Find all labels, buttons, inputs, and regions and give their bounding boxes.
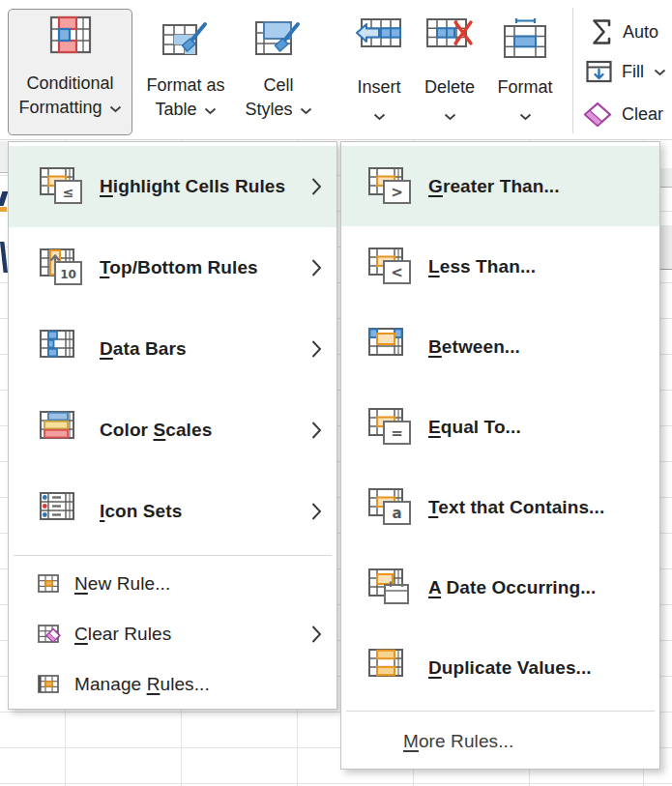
ribbon-button-insert[interactable]: Insert bbox=[348, 14, 410, 128]
submenu-item-duplicate-values[interactable]: Duplicate Values... bbox=[341, 627, 659, 708]
submenu-item-a-date-occurring[interactable]: A Date Occurring... bbox=[341, 547, 659, 627]
submenu-arrow-icon bbox=[311, 259, 322, 277]
ribbon-button-delete[interactable]: Delete bbox=[416, 14, 483, 128]
new-rule-icon bbox=[38, 573, 61, 595]
color-scales-icon bbox=[40, 411, 84, 450]
between-icon bbox=[368, 328, 413, 366]
sigma-icon bbox=[590, 17, 613, 46]
svg-text:≤: ≤ bbox=[63, 185, 74, 200]
menu-item-label: Highlight Cells Rules bbox=[100, 176, 285, 197]
ribbon-button-autosum[interactable]: Auto bbox=[590, 17, 658, 46]
insert-icon bbox=[355, 14, 403, 75]
sheet-gridline-row bbox=[0, 783, 672, 784]
submenu-item-between[interactable]: Between... bbox=[341, 306, 659, 387]
menu-item-label: Icon Sets bbox=[100, 501, 182, 522]
menu-item-label: Manage Rules... bbox=[74, 674, 210, 695]
format-icon bbox=[503, 14, 547, 75]
menu-item-label: New Rule... bbox=[74, 573, 170, 595]
ribbon-button-label: Styles bbox=[245, 100, 292, 119]
highlight-cells-rules-submenu: >Greater Than... <Less Than... Between..… bbox=[340, 141, 660, 770]
delete-icon bbox=[425, 14, 474, 75]
menu-item-label: Equal To... bbox=[428, 417, 521, 438]
menu-item-label: Data Bars bbox=[100, 338, 187, 360]
ribbon-button-label: Delete bbox=[424, 75, 475, 100]
fill-icon bbox=[586, 60, 612, 84]
svg-text:=: = bbox=[391, 424, 403, 442]
svg-text:10: 10 bbox=[60, 268, 76, 281]
ribbon-button-fill[interactable]: Fill bbox=[586, 60, 666, 84]
svg-text:>: > bbox=[391, 184, 403, 201]
ribbon: ConditionalFormatting Format asTable Cel… bbox=[0, 0, 672, 140]
manage-rules-icon bbox=[38, 674, 61, 695]
submenu-arrow-icon bbox=[311, 340, 322, 359]
chevron-down-icon bbox=[654, 69, 666, 76]
format-as-table-icon bbox=[161, 12, 210, 73]
submenu-arrow-icon bbox=[311, 422, 322, 440]
ribbon-button-cell-styles[interactable]: CellStyles bbox=[242, 12, 315, 122]
chevron-down-icon bbox=[373, 103, 386, 128]
ribbon-button-label: Format bbox=[497, 75, 552, 100]
ribbon-button-clear[interactable]: Clear bbox=[583, 102, 663, 128]
menu-item-data-bars[interactable]: Data Bars bbox=[9, 308, 336, 390]
ribbon-button-format[interactable]: Format bbox=[487, 14, 563, 128]
text-contains-icon: a bbox=[368, 488, 413, 527]
ribbon-button-label: Cell bbox=[263, 73, 293, 98]
data-bars-icon bbox=[40, 330, 84, 368]
sheet-right-header-fragment bbox=[660, 168, 672, 188]
chevron-down-icon bbox=[519, 103, 532, 128]
ribbon-button-label: Table bbox=[155, 100, 196, 119]
greater-than-icon: > bbox=[368, 167, 413, 206]
ribbon-button-label: Insert bbox=[357, 75, 400, 100]
menu-item-manage-rules[interactable]: Manage Rules... bbox=[9, 659, 336, 710]
top-bottom-rules-icon: 10 bbox=[40, 248, 84, 287]
ribbon-button-label: Clear bbox=[622, 104, 663, 125]
submenu-item-equal-to[interactable]: =Equal To... bbox=[341, 387, 659, 467]
ribbon-button-format-as-table[interactable]: Format asTable bbox=[135, 12, 236, 122]
ribbon-group-divider bbox=[572, 8, 573, 133]
svg-text:a: a bbox=[392, 505, 401, 522]
menu-item-color-scales[interactable]: Color Scales bbox=[9, 390, 336, 471]
svg-text:<: < bbox=[391, 264, 403, 281]
menu-item-label: Duplicate Values... bbox=[428, 657, 592, 679]
chevron-down-icon bbox=[444, 103, 456, 128]
menu-separator bbox=[14, 555, 332, 556]
ribbon-button-conditional-formatting[interactable]: ConditionalFormatting bbox=[8, 9, 132, 135]
eraser-icon bbox=[583, 102, 612, 128]
chevron-down-icon bbox=[109, 96, 122, 120]
menu-item-highlight-cells-rules[interactable]: ≤Highlight Cells Rules bbox=[9, 146, 336, 227]
sheet-content-fragment bbox=[0, 207, 7, 212]
menu-item-label: Clear Rules bbox=[74, 624, 171, 645]
submenu-arrow-icon bbox=[311, 178, 322, 196]
menu-item-label: Text that Contains... bbox=[428, 497, 604, 518]
less-than-icon: < bbox=[368, 247, 413, 286]
clear-rules-icon bbox=[38, 624, 61, 645]
highlight-cells-rules-icon: ≤ bbox=[40, 167, 84, 206]
menu-item-label: Greater Than... bbox=[428, 176, 560, 197]
sheet-right-content-fragment bbox=[660, 225, 672, 270]
ribbon-button-label: Conditional bbox=[26, 72, 113, 96]
chevron-down-icon bbox=[204, 98, 217, 122]
menu-separator bbox=[346, 711, 655, 712]
menu-item-label: More Rules... bbox=[403, 731, 513, 752]
menu-item-icon-sets[interactable]: Icon Sets bbox=[9, 471, 336, 552]
submenu-arrow-icon bbox=[311, 626, 322, 644]
menu-item-clear-rules[interactable]: Clear Rules bbox=[9, 609, 336, 659]
menu-item-label: Top/Bottom Rules bbox=[100, 257, 258, 278]
menu-item-label: Color Scales bbox=[100, 420, 212, 441]
ribbon-button-label: Auto bbox=[623, 22, 658, 43]
submenu-item-less-than[interactable]: <Less Than... bbox=[341, 226, 659, 306]
menu-item-label: Less Than... bbox=[428, 256, 536, 277]
submenu-item-text-that-contains[interactable]: aText that Contains... bbox=[341, 467, 659, 547]
menu-item-top-bottom-rules[interactable]: 10Top/Bottom Rules bbox=[9, 227, 336, 308]
submenu-item-more-rules[interactable]: More Rules... bbox=[341, 714, 659, 769]
cell-styles-icon bbox=[254, 12, 303, 73]
conditional-formatting-icon bbox=[46, 10, 95, 72]
ribbon-button-label: Formatting bbox=[18, 98, 102, 117]
menu-item-new-rule[interactable]: New Rule... bbox=[9, 559, 336, 609]
menu-item-label: Between... bbox=[428, 336, 520, 358]
ribbon-button-label: Fill bbox=[622, 62, 644, 82]
date-occurring-icon bbox=[368, 568, 413, 607]
menu-item-label: A Date Occurring... bbox=[428, 577, 596, 598]
submenu-item-greater-than[interactable]: >Greater Than... bbox=[341, 146, 659, 226]
chevron-down-icon bbox=[300, 98, 312, 122]
